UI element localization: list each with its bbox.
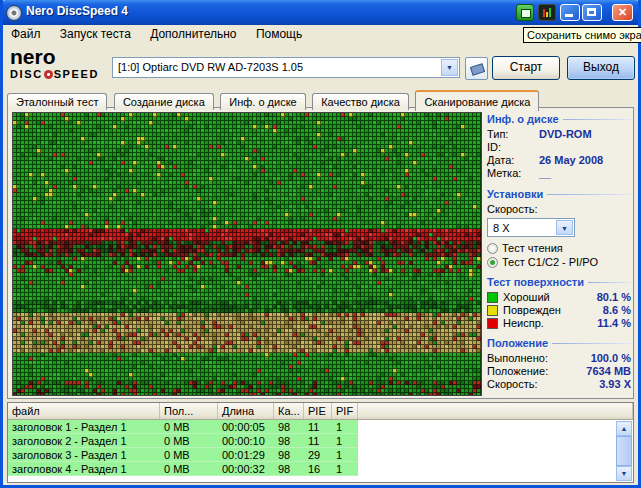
exit-button[interactable]: Выход (567, 56, 635, 80)
disc-id-row: ID: (487, 141, 631, 154)
settings-header: Установки (487, 188, 631, 200)
logo-nero: nero (10, 46, 99, 67)
menu-file[interactable]: Файл (3, 25, 49, 43)
table-row[interactable]: заголовок 3 - Раздел 1 0 MB 00:01:29 98 … (8, 448, 633, 462)
drive-select-value: [1:0] Optiarc DVD RW AD-7203S 1.05 (118, 58, 439, 77)
drive-select[interactable]: [1:0] Optiarc DVD RW AD-7203S 1.05 ▼ (112, 57, 460, 78)
radio-c1c2-test[interactable]: Тест C1/C2 - PI/PO (487, 255, 631, 269)
menu-run-test[interactable]: Запуск теста (52, 25, 139, 43)
table-row[interactable]: заголовок 4 - Раздел 1 0 MB 00:00:32 98 … (8, 462, 633, 476)
col-file[interactable]: файл (8, 403, 160, 419)
table-header: файл Пол... Длина Ка... PIE PIF (8, 403, 633, 420)
disc-info-header: Инф. о диске (487, 113, 631, 125)
nero-discspeed-logo: nero DISC SPEED (10, 46, 99, 80)
divider (563, 119, 631, 120)
minimize-button[interactable] (560, 4, 580, 21)
position-header: Положение (487, 337, 631, 349)
scroll-down-icon[interactable]: ▼ (616, 466, 632, 481)
col-length[interactable]: Длина (218, 403, 274, 419)
title-bar[interactable]: Nero DiscSpeed 4 ✕ (0, 0, 641, 25)
speed-label: Скорость: (487, 203, 631, 216)
tab-scandisc[interactable]: Сканирование диска (415, 90, 539, 111)
tab-disc-quality[interactable]: Качество диска (312, 93, 409, 110)
disc-glyph-icon (44, 70, 53, 79)
divider (547, 194, 631, 195)
position-row: Положение: 7634 MB (487, 365, 631, 378)
done-row: Выполнено: 100.0 % (487, 352, 631, 365)
divider (552, 343, 631, 344)
tooltip-save-screenshot: Сохранить снимо экра (523, 27, 641, 43)
disc-type-row: Тип: DVD-ROM (487, 128, 631, 141)
col-quality[interactable]: Ка... (274, 403, 304, 419)
table-row[interactable]: заголовок 2 - Раздел 1 0 MB 00:00:10 98 … (8, 434, 633, 448)
tag-icon (470, 63, 485, 76)
good-color-swatch (487, 292, 498, 303)
maximize-icon (587, 8, 596, 16)
minimize-icon (565, 14, 573, 17)
col-pif[interactable]: PIF (332, 403, 358, 419)
speed-select[interactable]: 8 X ▼ (487, 218, 575, 237)
table-row[interactable]: заголовок 1 - Раздел 1 0 MB 00:00:05 98 … (8, 420, 633, 434)
col-filler (358, 403, 633, 419)
save-screenshot-button[interactable] (516, 4, 534, 21)
radio-icon (487, 243, 498, 254)
divider (588, 282, 631, 283)
surface-bad-row: Неиспр. 11.4 % (487, 317, 631, 330)
menu-extra[interactable]: Дополнительно (142, 25, 244, 43)
tab-benchmark[interactable]: Эталонный тест (7, 93, 107, 110)
bar-icon (549, 8, 551, 17)
file-table: файл Пол... Длина Ка... PIE PIF заголово… (7, 402, 634, 483)
tab-strip: Эталонный тест Создание диска Инф. о дис… (7, 90, 541, 108)
scroll-up-icon[interactable]: ▲ (616, 421, 632, 436)
bar-icon (543, 9, 545, 17)
nero-discspeed-window: { "window": { "title": "Nero DiscSpeed 4… (0, 0, 641, 488)
bar-icon (546, 12, 548, 17)
chevron-down-icon[interactable]: ▼ (556, 220, 573, 235)
speed-select-value: 8 X (493, 219, 554, 238)
logo-product: DISC SPEED (10, 69, 99, 80)
disc-date-row: Дата: 26 May 2008 (487, 154, 631, 167)
col-position[interactable]: Пол... (160, 403, 218, 419)
surface-damaged-row: Поврежден 8.6 % (487, 304, 631, 317)
tab-create-disc[interactable]: Создание диска (114, 93, 214, 110)
scroll-thumb[interactable] (616, 436, 632, 466)
app-disc-icon (6, 5, 22, 21)
menu-help[interactable]: Помощь (248, 25, 310, 43)
maximize-button[interactable] (582, 4, 602, 21)
right-panel: Инф. о диске Тип: DVD-ROM ID: Дата: 26 M… (487, 111, 631, 391)
camera-icon (521, 9, 531, 18)
close-button[interactable]: ✕ (612, 4, 633, 21)
show-graph-button[interactable] (538, 4, 556, 21)
radio-selected-icon (487, 257, 498, 268)
col-pie[interactable]: PIE (304, 403, 332, 419)
surface-good-row: Хороший 80.1 % (487, 291, 631, 304)
start-button[interactable]: Старт (492, 56, 560, 80)
drive-tag-button[interactable] (465, 57, 488, 80)
radio-read-test[interactable]: Тест чтения (487, 241, 631, 255)
damaged-color-swatch (487, 305, 498, 316)
disc-label-row: Метка: __ (487, 167, 631, 180)
speed-row: Скорость: 3.93 X (487, 378, 631, 391)
surface-test-header: Тест поверхности (487, 276, 631, 288)
tab-disc-info[interactable]: Инф. о диске (220, 93, 305, 110)
scan-canvas (12, 112, 482, 396)
bad-color-swatch (487, 318, 498, 329)
window-title: Nero DiscSpeed 4 (26, 4, 128, 18)
chevron-down-icon[interactable]: ▼ (441, 59, 458, 76)
table-scrollbar[interactable]: ▲ ▼ (616, 421, 632, 481)
